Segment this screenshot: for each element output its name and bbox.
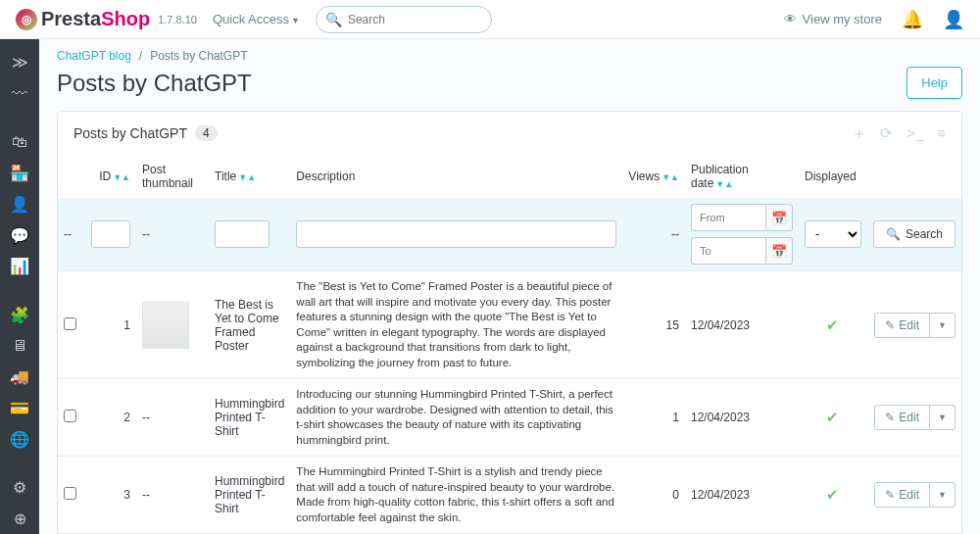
panel-tools: ＋ ⟳ >_ ≡ — [852, 124, 946, 143]
cell-id: 1 — [85, 271, 136, 379]
quick-access-label: Quick Access — [213, 12, 289, 26]
sidebar-toggle[interactable]: ≫ — [0, 47, 39, 78]
col-id[interactable]: ID — [99, 170, 111, 183]
row-checkbox[interactable] — [64, 317, 76, 330]
cell-pub: 12/04/2023 — [685, 271, 799, 379]
filter-title[interactable] — [215, 220, 270, 248]
sidebar-item-orders[interactable]: 🛍 — [0, 126, 39, 158]
help-button[interactable]: Help — [906, 67, 962, 99]
brand-1: Presta — [41, 8, 101, 29]
notifications-icon[interactable]: 🔔 — [902, 9, 923, 30]
filter-dash: -- — [64, 227, 72, 241]
cell-views: 1 — [622, 379, 685, 457]
sql-icon[interactable]: >_ — [906, 124, 923, 143]
sidebar-item-params[interactable]: ⚙ — [0, 472, 39, 504]
refresh-icon[interactable]: ⟳ — [880, 124, 893, 143]
pencil-icon: ✎ — [885, 411, 895, 424]
pencil-icon: ✎ — [885, 488, 895, 502]
edit-button[interactable]: ✎Edit — [874, 313, 930, 338]
search-button[interactable]: 🔍Search — [873, 220, 956, 248]
check-icon[interactable]: ✔ — [805, 316, 861, 334]
sidebar-item-dashboard[interactable]: 〰 — [0, 78, 39, 110]
cell-views: 15 — [622, 271, 685, 379]
filter-desc[interactable] — [296, 220, 616, 248]
sidebar-item-service[interactable]: 💬 — [0, 219, 39, 251]
main: ChatGPT blog / Posts by ChatGPT Posts by… — [39, 39, 980, 534]
sidebar-item-advanced[interactable]: ⊕ — [0, 503, 39, 534]
no-thumb: -- — [142, 488, 150, 502]
calendar-icon[interactable]: 📅 — [765, 204, 793, 231]
cell-desc: Introducing our stunning Hummingbird Pri… — [290, 379, 622, 457]
panel-title: Posts by ChatGPT — [74, 125, 187, 141]
filter-row: -- -- -- 📅 📅 - 🔍Search — [58, 198, 961, 271]
sort-icon[interactable]: ▼▲ — [238, 172, 256, 182]
caret-down-icon: ▼ — [291, 16, 300, 25]
check-icon[interactable]: ✔ — [805, 409, 861, 426]
col-views[interactable]: Views — [628, 170, 660, 183]
add-icon[interactable]: ＋ — [852, 124, 866, 143]
quick-access[interactable]: Quick Access▼ — [213, 12, 300, 26]
sidebar-item-catalog[interactable]: 🏪 — [0, 158, 39, 189]
row-actions-dropdown[interactable]: ▼ — [930, 482, 956, 508]
sidebar-item-customers[interactable]: 👤 — [0, 189, 39, 220]
filter-date-from[interactable] — [691, 204, 765, 231]
breadcrumb-sep: / — [139, 49, 142, 63]
table-row[interactable]: 2--Hummingbird Printed T-ShirtIntroducin… — [58, 379, 961, 457]
posts-table: ID▼▲ Post thumbnail Title▼▲ Description … — [58, 155, 961, 534]
sidebar-item-design[interactable]: 🖥 — [0, 330, 39, 362]
sidebar-item-payment[interactable]: 💳 — [0, 392, 39, 423]
breadcrumb-current: Posts by ChatGPT — [150, 49, 247, 63]
cell-title: Hummingbird Printed T-Shirt — [209, 457, 290, 534]
sidebar-item-shipping[interactable]: 🚚 — [0, 362, 39, 393]
topbar: ◎ PrestaShop 1.7.8.10 Quick Access▼ 🔍 👁V… — [0, 0, 980, 39]
col-thumb: Post thumbnail — [142, 163, 193, 190]
view-store-label: View my store — [803, 12, 882, 26]
view-my-store[interactable]: 👁View my store — [784, 12, 882, 26]
filter-date-to[interactable] — [691, 237, 765, 265]
breadcrumb-parent[interactable]: ChatGPT blog — [57, 49, 131, 63]
filter-id[interactable] — [91, 220, 130, 248]
breadcrumb: ChatGPT blog / Posts by ChatGPT — [57, 39, 962, 65]
logo-icon: ◎ — [16, 9, 37, 30]
sort-icon[interactable]: ▼▲ — [715, 179, 733, 189]
cell-pub: 12/04/2023 — [685, 379, 799, 457]
sort-icon[interactable]: ▼▲ — [113, 172, 130, 182]
table-row[interactable]: 1The Best is Yet to Come Framed PosterTh… — [58, 271, 961, 379]
search-label: Search — [906, 227, 943, 241]
brand-2: Shop — [101, 8, 150, 29]
cell-title: Hummingbird Printed T-Shirt — [209, 379, 290, 457]
search-icon: 🔍 — [886, 227, 901, 241]
cell-id: 3 — [85, 457, 136, 534]
calendar-icon[interactable]: 📅 — [765, 237, 793, 265]
row-checkbox[interactable] — [64, 487, 76, 500]
table-row[interactable]: 3--Hummingbird Printed T-ShirtThe Hummin… — [58, 457, 961, 534]
col-title[interactable]: Title — [215, 170, 236, 183]
cell-desc: The "Best is Yet to Come" Framed Poster … — [290, 271, 622, 379]
eye-icon: 👁 — [784, 12, 797, 26]
panel-header: Posts by ChatGPT 4 ＋ ⟳ >_ ≡ — [58, 112, 961, 155]
check-icon[interactable]: ✔ — [805, 486, 861, 504]
account-icon[interactable]: 👤 — [943, 9, 964, 30]
page-title: Posts by ChatGPT — [57, 70, 252, 97]
row-actions-dropdown[interactable]: ▼ — [930, 313, 956, 338]
count-badge: 4 — [195, 125, 218, 141]
search-icon: 🔍 — [325, 12, 342, 27]
edit-button[interactable]: ✎Edit — [874, 405, 930, 430]
filter-displayed[interactable]: - — [805, 220, 861, 248]
filter-dash: -- — [671, 227, 679, 241]
list-panel: Posts by ChatGPT 4 ＋ ⟳ >_ ≡ ID▼▲ Post th… — [57, 111, 962, 534]
pencil-icon: ✎ — [885, 318, 895, 332]
logo[interactable]: ◎ PrestaShop — [16, 8, 150, 30]
no-thumb: -- — [142, 411, 150, 424]
row-checkbox[interactable] — [64, 410, 76, 422]
edit-button[interactable]: ✎Edit — [874, 482, 930, 508]
row-actions-dropdown[interactable]: ▼ — [930, 405, 956, 430]
sort-icon[interactable]: ▼▲ — [662, 172, 679, 182]
thumbnail — [142, 302, 189, 349]
sidebar-item-stats[interactable]: 📊 — [0, 251, 39, 282]
export-icon[interactable]: ≡ — [937, 124, 946, 143]
filter-dash: -- — [142, 227, 150, 241]
sidebar-item-international[interactable]: 🌐 — [0, 423, 39, 455]
sidebar: ≫ 〰 🛍 🏪 👤 💬 📊 🧩 🖥 🚚 💳 🌐 ⚙ ⊕ — [0, 39, 39, 534]
sidebar-item-modules[interactable]: 🧩 — [0, 299, 39, 330]
